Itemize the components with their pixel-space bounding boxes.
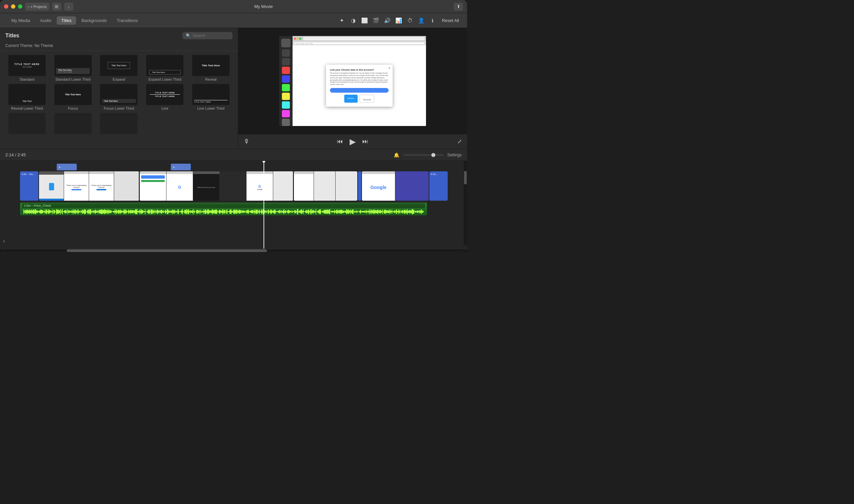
clip-frames-3: [294, 171, 357, 201]
timeline-vertical-scrollbar[interactable]: [464, 161, 467, 245]
clip-frames-4: Google: [362, 171, 429, 201]
list-item[interactable]: [98, 113, 141, 135]
fullscreen-button[interactable]: ⤢: [457, 138, 462, 145]
list-item[interactable]: Title Text Here Reveal: [189, 55, 232, 81]
list-item[interactable]: TITLE TEXT HERE Line Lower Third: [189, 84, 232, 110]
title-thumb-expand: Title Text Here: [100, 55, 137, 76]
tab-backgrounds[interactable]: Backgrounds: [77, 16, 111, 25]
screenshot-clip-3[interactable]: [294, 171, 357, 201]
clip-frame: Google: [362, 171, 395, 201]
list-item[interactable]: Title Text Here Expand Lower Third: [143, 55, 187, 81]
title-clip-1[interactable]: 4...: [57, 164, 77, 170]
list-item[interactable]: TITLE TEXT HERE TITLE TEXT HERE Line: [143, 84, 187, 110]
crop-icon[interactable]: ⬜: [360, 16, 369, 25]
clip-frame: [336, 171, 357, 201]
clip-frames: ↓ Thank you for downloading Chro: [39, 171, 139, 201]
timeline-horizontal-scrollbar[interactable]: [0, 249, 467, 252]
toolbar-right: ✦ ◑ ⬜ 🎬 🔊 📊 ⏱ 👤 ℹ Reset All: [337, 16, 467, 25]
blue-clip-right[interactable]: 4.0s...: [429, 171, 448, 201]
title-thumb-extra1: [8, 113, 46, 134]
list-item[interactable]: [5, 113, 49, 135]
list-item[interactable]: Title Text Here Focus: [51, 84, 95, 110]
magic-wand-icon[interactable]: ✦: [337, 16, 347, 25]
window-title: My Movie: [73, 4, 454, 9]
list-item[interactable]: Title Text Here Expand: [98, 55, 141, 81]
tab-my-media[interactable]: My Media: [7, 16, 35, 25]
title-item-label: Standard: [20, 77, 35, 81]
title-item-label: Line: [161, 106, 169, 110]
minimize-button[interactable]: [11, 4, 15, 9]
info-icon[interactable]: ℹ: [428, 16, 437, 25]
screenshot-clip-2[interactable]: G Make Chrome your own: [140, 171, 293, 201]
settings-label[interactable]: Settings: [447, 153, 462, 157]
speed-icon[interactable]: ⏱: [405, 16, 415, 25]
scrollbar-thumb-h[interactable]: [67, 249, 267, 252]
tracks-wrapper: 4... 4... 4.0s – Ho...: [20, 164, 454, 216]
title-clip-2[interactable]: 4...: [171, 164, 191, 170]
panel-title: Titles: [5, 33, 19, 39]
tab-titles[interactable]: Titles: [57, 16, 76, 25]
title-thumb-extra3: [100, 113, 137, 134]
clip-frame: Make Chrome your own: [193, 171, 220, 201]
microphone-button[interactable]: 🎙: [244, 138, 249, 145]
traffic-lights: [4, 4, 22, 9]
timeline-content: 4... 4... 4.0s – Ho...: [0, 161, 467, 249]
tab-transitions[interactable]: Transitions: [112, 16, 142, 25]
audio-clip[interactable]: 2.6m – Price_Check: [20, 203, 427, 215]
skip-back-button[interactable]: ⏮: [337, 138, 343, 145]
waveform: [22, 209, 425, 215]
title-thumb-reveal: Title Text Here: [192, 55, 229, 76]
zoom-slider-thumb[interactable]: [431, 153, 435, 157]
close-button[interactable]: [4, 4, 8, 9]
title-item-label: Focus: [68, 106, 78, 110]
title-item-label: Reveal: [205, 77, 216, 81]
people-icon[interactable]: 👤: [417, 16, 426, 25]
panel-header: Titles 🔍: [0, 28, 238, 42]
toolbar: My Media Audio Titles Backgrounds Transi…: [0, 13, 467, 28]
playhead[interactable]: [263, 161, 264, 249]
reset-all-button[interactable]: Reset All: [439, 17, 462, 24]
title-item-label: Line Lower Third: [197, 106, 225, 110]
stabilization-icon[interactable]: 📊: [394, 16, 403, 25]
title-thumb-line: TITLE TEXT HERE TITLE TEXT HERE: [146, 84, 184, 105]
title-thumb-extra2: [54, 113, 92, 134]
blue-clip-left[interactable]: 4.0s – Ho...: [20, 171, 38, 201]
video-settings-icon[interactable]: 🎬: [371, 16, 381, 25]
timeline-scroll-area[interactable]: 4... 4... 4.0s – Ho...: [0, 161, 467, 249]
scrollbar-thumb[interactable]: [464, 171, 467, 184]
list-item[interactable]: Title Text Here Focus Lower Third: [98, 84, 141, 110]
projects-button[interactable]: ‹ < Projects: [25, 3, 49, 11]
play-button[interactable]: ▶: [350, 137, 355, 146]
skip-forward-button[interactable]: ⏭: [362, 138, 368, 145]
music-note-icon: ♪: [3, 238, 5, 243]
list-item[interactable]: TITLE TEXT HERE TEXT HERE Standard: [5, 55, 49, 81]
timeline-bell-icon[interactable]: 🔔: [394, 152, 399, 158]
title-item-label: Standard Lower Third: [55, 77, 91, 81]
clip-frames-2: G Make Chrome your own: [140, 171, 293, 201]
tab-audio[interactable]: Audio: [35, 16, 56, 25]
timeline-area: 2:14 / 2:45 🔔 Settings: [0, 149, 467, 252]
import-button[interactable]: ↓: [64, 3, 73, 11]
list-item[interactable]: Title Text Reveal Lower Third: [5, 84, 49, 110]
share-button[interactable]: ⬆: [454, 3, 463, 11]
title-item-label: Reveal Lower Third: [11, 106, 43, 110]
title-item-label: Focus Lower Third: [104, 106, 134, 110]
clip-frame: [220, 171, 246, 201]
view-toggle-button[interactable]: ⊞: [52, 3, 62, 11]
search-input[interactable]: [193, 33, 229, 38]
list-item[interactable]: Title Text Here TEXT TEXT HERE Standard …: [51, 55, 95, 81]
clip-frame: Thank you for downloading Chrome!: [89, 171, 114, 201]
screenshot-clip-4[interactable]: Google: [362, 171, 429, 201]
clip-separator: [358, 171, 361, 201]
playback-controls: 🎙 ⏮ ▶ ⏭ ⤢: [238, 134, 467, 149]
maximize-button[interactable]: [18, 4, 22, 9]
preview-area: Search Google or type a URL ✕: [238, 28, 467, 134]
color-balance-icon[interactable]: ◑: [349, 16, 358, 25]
audio-icon[interactable]: 🔊: [383, 16, 392, 25]
title-item-label: Expand: [113, 77, 125, 81]
app-window: ‹ < Projects ⊞ ↓ My Movie ⬆ My Media Aud…: [0, 0, 467, 252]
screenshot-clip-1[interactable]: ↓ Thank you for downloading Chro: [39, 171, 139, 201]
clip-frame: G Google: [246, 171, 273, 201]
list-item[interactable]: [51, 113, 95, 135]
title-thumb-focus-lower-third: Title Text Here: [100, 84, 137, 105]
